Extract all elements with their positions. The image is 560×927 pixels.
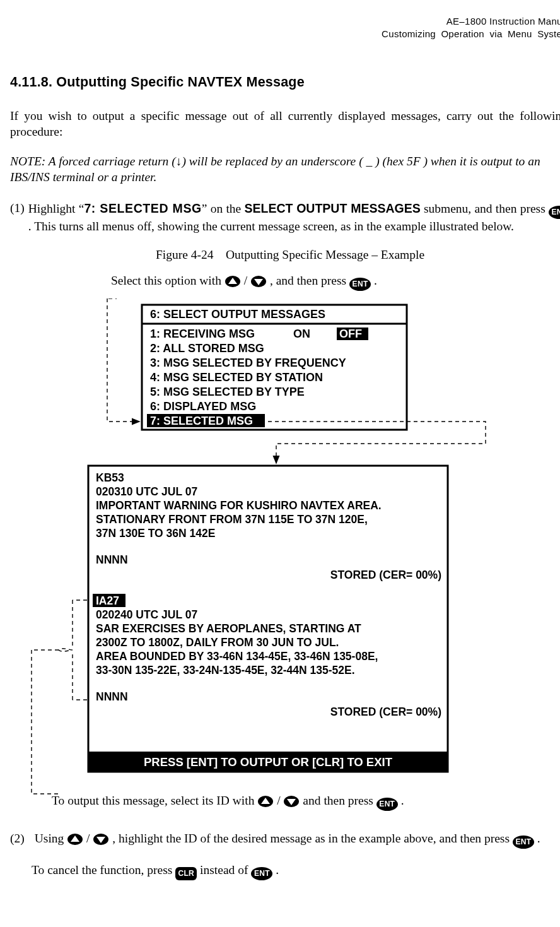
msg2-l4: 33-30N 135-22E, 33-24N-135-45E, 32-44N 1… [96, 664, 355, 676]
callout-top-period: . [371, 274, 377, 287]
header-line2: Customizing Operation via Menu System [10, 28, 560, 40]
step1-d: SELECT OUTPUT MESSAGES [244, 201, 420, 215]
msg1-time: 020310 UTC JUL 07 [96, 485, 197, 498]
ent-key-icon: ENT [549, 206, 560, 219]
step1-f: . This turns all menus off, showing the … [28, 220, 514, 233]
step1-text: Highlight “7: SELECTED MSG” on the SELEC… [28, 201, 560, 235]
callout-bottom-slash: / [274, 794, 283, 807]
callout-bottom-b: and then press [300, 794, 376, 807]
menu-title: 6: SELECT OUTPUT MESSAGES [150, 308, 325, 321]
ent-key-icon: ENT [349, 278, 371, 291]
step2-number: (2) [10, 831, 25, 847]
step1-a: Highlight “ [28, 202, 85, 215]
figure-diagram: 6: SELECT OUTPUT MESSAGES 1: RECEIVING M… [19, 298, 560, 797]
step2-slash: / [83, 832, 93, 845]
step2b: To cancel the function, press CLR instea… [32, 863, 560, 880]
msg-footer: PRESS [ENT] TO OUTPUT OR [CLR] TO EXIT [144, 755, 393, 769]
step2: (2) Using / , highlight the ID of the de… [10, 831, 560, 850]
msg2-l1: SAR EXERCISES BY AEROPLANES, STARTING AT [96, 622, 361, 635]
up-key-icon [225, 275, 241, 292]
menu-item-7: 7: SELECTED MSG [150, 415, 253, 427]
down-key-icon [250, 275, 267, 292]
msg2-l3: AREA BOUNDED BY 33-46N 134-45E, 33-46N 1… [96, 650, 378, 663]
ent-key-icon: ENT [376, 798, 398, 811]
note-paragraph: NOTE: A forced carriage return (↓) will … [10, 154, 560, 186]
up-key-icon [257, 795, 274, 812]
intro-paragraph: If you wish to output a specific message… [10, 109, 560, 140]
step1-e: submenu, and then press [421, 202, 549, 215]
msg2-end: NNNN [96, 690, 128, 703]
menu-item-4: 4: MSG SELECTED BY STATION [150, 371, 323, 384]
down-key-icon [283, 795, 300, 812]
step2b-c: . [272, 863, 279, 877]
msg1-l3: 37N 130E TO 36N 142E [96, 527, 215, 540]
figure-caption: Figure 4-24 Outputting Specific Message … [10, 247, 560, 263]
page-header: AE–1800 Instruction Manual Customizing O… [10, 15, 560, 41]
step2-c: . [534, 832, 540, 845]
callout-bottom-period: . [398, 794, 404, 807]
clr-key-icon: CLR [175, 867, 197, 880]
menu-panel: 6: SELECT OUTPUT MESSAGES 1: RECEIVING M… [142, 305, 407, 430]
callout-bottom-a: To output this message, select its ID wi… [52, 794, 257, 807]
menu-item-6: 6: DISPLAYED MSG [150, 400, 256, 413]
menu-item-3: 3: MSG SELECTED BY FREQUENCY [150, 357, 346, 369]
ent-key-icon: ENT [251, 867, 272, 880]
up-key-icon [67, 833, 83, 850]
menu-opt-off: OFF [339, 328, 362, 340]
msg1-l2: STATIONARY FRONT FROM 37N 115E TO 37N 12… [96, 513, 368, 526]
step2b-a: To cancel the function, press [32, 863, 175, 877]
callout-top: Select this option with / , and then pre… [111, 273, 560, 292]
msg1-end: NNNN [96, 553, 128, 566]
down-key-icon [93, 833, 109, 850]
step2-a: Using [35, 832, 67, 845]
callout-top-slash: / [241, 274, 250, 287]
menu-item-2: 2: ALL STORED MSG [150, 342, 264, 355]
step1-b: 7: SELECTED MSG [84, 201, 201, 215]
section-number: 4.11.8. [10, 74, 52, 90]
ent-key-icon: ENT [513, 835, 534, 849]
msg2-l2: 2300Z TO 1800Z, DAILY FROM 30 JUN TO JUL… [96, 636, 339, 649]
msg2-time: 020240 UTC JUL 07 [96, 608, 197, 621]
step1-number: (1) [10, 201, 25, 216]
msg1-id: KB53 [96, 471, 124, 484]
header-line1: AE–1800 Instruction Manual [10, 15, 560, 28]
menu-item-1: 1: RECEIVING MSG [150, 328, 255, 340]
step2-text: Using / , highlight the ID of the desire… [35, 831, 540, 850]
section-heading: 4.11.8. Outputting Specific NAVTEX Messa… [10, 74, 560, 92]
section-title: Outputting Specific NAVTEX Message [56, 74, 304, 90]
step1: (1) Highlight “7: SELECTED MSG” on the S… [10, 201, 560, 235]
msg1-stored: STORED (CER= 00%) [330, 569, 441, 581]
step2-b: , highlight the ID of the desired messag… [109, 832, 513, 845]
callout-bottom: To output this message, select its ID wi… [52, 793, 560, 812]
step2b-b: instead of [197, 863, 251, 877]
message-screen: KB53 020310 UTC JUL 07 IMPORTANT WARNING… [88, 466, 448, 772]
msg2-stored: STORED (CER= 00%) [330, 706, 441, 718]
callout-top-b: , and then press [267, 274, 349, 287]
msg2-id: IA27 [96, 594, 119, 607]
menu-opt-on: ON [293, 328, 310, 340]
step1-c: ” on the [202, 202, 245, 215]
msg1-l1: IMPORTANT WARNING FOR KUSHIRO NAVTEX ARE… [96, 499, 382, 512]
callout-top-a: Select this option with [111, 274, 225, 287]
menu-item-5: 5: MSG SELECTED BY TYPE [150, 386, 305, 398]
